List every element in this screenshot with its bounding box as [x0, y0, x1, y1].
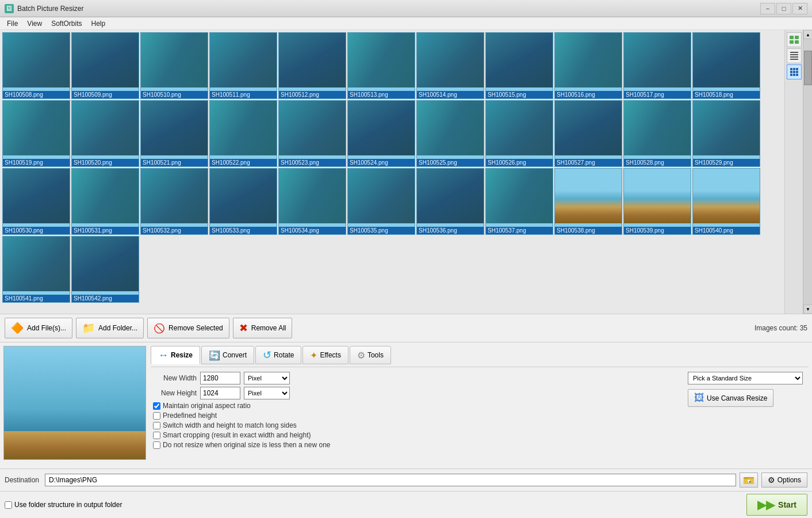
- list-item[interactable]: SH100541.png: [2, 236, 70, 303]
- tools-tab-icon: ⚙: [357, 350, 365, 361]
- options-button[interactable]: ⚙ Options: [761, 473, 807, 487]
- list-item[interactable]: SH100518.png: [692, 32, 760, 99]
- smart-crop-label: Smart cropping (result in exact width an…: [163, 431, 311, 439]
- image-filename: SH100525.png: [417, 159, 484, 166]
- tab-convert[interactable]: 🔄 Convert: [201, 346, 254, 364]
- list-item[interactable]: SH100527.png: [554, 100, 622, 167]
- width-unit-select[interactable]: Pixel Percent cm inch: [244, 372, 290, 384]
- list-item[interactable]: SH100524.png: [347, 100, 415, 167]
- view-icon-btn-2[interactable]: [787, 48, 802, 63]
- list-item[interactable]: SH100510.png: [140, 32, 208, 99]
- destination-browse-button[interactable]: [740, 473, 758, 487]
- resize-right-panel: Pick a Standard Size 640 × 480 800 × 600…: [688, 372, 809, 451]
- standard-size-select[interactable]: Pick a Standard Size 640 × 480 800 × 600…: [688, 372, 803, 384]
- list-item[interactable]: SH100531.png: [71, 168, 139, 235]
- menu-file[interactable]: File: [2, 18, 22, 29]
- effects-tab-icon: ✦: [310, 350, 317, 361]
- list-item[interactable]: SH100525.png: [416, 100, 484, 167]
- list-item[interactable]: SH100529.png: [692, 100, 760, 167]
- remove-selected-icon: 🚫: [154, 323, 165, 334]
- list-item[interactable]: SH100515.png: [485, 32, 553, 99]
- folder-struct-checkbox[interactable]: [5, 501, 12, 509]
- list-item[interactable]: SH100512.png: [278, 32, 346, 99]
- no-resize-smaller-label: Do not resize when original size is less…: [163, 441, 331, 449]
- settings-right: ↔ Resize 🔄 Convert ↺ Rotate ✦ Effects ⚙: [151, 346, 809, 465]
- list-item[interactable]: SH100532.png: [140, 168, 208, 235]
- image-filename: SH100520.png: [72, 159, 139, 166]
- list-item[interactable]: SH100523.png: [278, 100, 346, 167]
- list-item[interactable]: SH100516.png: [554, 32, 622, 99]
- image-filename: SH100519.png: [3, 159, 70, 166]
- list-item[interactable]: SH100537.png: [485, 168, 553, 235]
- scroll-up[interactable]: ▲: [803, 30, 812, 39]
- list-item[interactable]: SH100528.png: [623, 100, 691, 167]
- list-item[interactable]: SH100508.png: [2, 32, 70, 99]
- list-item[interactable]: SH100534.png: [278, 168, 346, 235]
- height-unit-select[interactable]: Pixel Percent cm inch: [244, 387, 290, 399]
- list-item[interactable]: SH100514.png: [416, 32, 484, 99]
- start-arrow-icon: ▶▶: [757, 498, 775, 512]
- tab-tools[interactable]: ⚙ Tools: [350, 346, 391, 364]
- view-icon-btn-1[interactable]: [787, 32, 802, 47]
- rotate-tab-icon: ↺: [263, 349, 271, 361]
- list-item[interactable]: SH100520.png: [71, 100, 139, 167]
- new-width-input[interactable]: [200, 372, 240, 384]
- view-icon-btn-3[interactable]: [787, 64, 802, 79]
- menu-help[interactable]: Help: [87, 18, 110, 29]
- no-resize-smaller-checkbox[interactable]: [153, 441, 160, 449]
- list-item[interactable]: SH100542.png: [71, 236, 139, 303]
- image-grid-container: SH100508.pngSH100509.pngSH100510.pngSH10…: [0, 30, 812, 314]
- image-filename: SH100528.png: [624, 159, 691, 166]
- list-item[interactable]: SH100526.png: [485, 100, 553, 167]
- scrollbar[interactable]: ▲ ▼: [803, 30, 812, 314]
- list-item[interactable]: SH100513.png: [347, 32, 415, 99]
- window-title: Batch Picture Resizer: [17, 5, 760, 13]
- remove-selected-button[interactable]: 🚫 Remove Selected: [147, 318, 229, 338]
- tab-resize[interactable]: ↔ Resize: [151, 346, 200, 364]
- scroll-down[interactable]: ▼: [803, 304, 812, 314]
- list-item[interactable]: SH100535.png: [347, 168, 415, 235]
- new-height-input[interactable]: [200, 387, 240, 399]
- svg-rect-14: [790, 74, 792, 76]
- menu-softorbits[interactable]: SoftOrbits: [47, 18, 86, 29]
- switch-sides-checkbox[interactable]: [153, 422, 160, 429]
- start-button[interactable]: ▶▶ Start: [746, 494, 807, 516]
- list-item[interactable]: SH100530.png: [2, 168, 70, 235]
- list-item[interactable]: SH100521.png: [140, 100, 208, 167]
- list-item[interactable]: SH100533.png: [209, 168, 277, 235]
- destination-label: Destination: [5, 476, 39, 484]
- image-filename: SH100535.png: [348, 227, 415, 234]
- menu-view[interactable]: View: [22, 18, 47, 29]
- minimize-button[interactable]: −: [760, 3, 775, 14]
- image-filename: SH100523.png: [279, 159, 346, 166]
- tab-effects[interactable]: ✦ Effects: [302, 346, 348, 364]
- list-item[interactable]: SH100539.png: [623, 168, 691, 235]
- list-item[interactable]: SH100511.png: [209, 32, 277, 99]
- maintain-aspect-checkbox[interactable]: [153, 402, 160, 410]
- list-item[interactable]: SH100538.png: [554, 168, 622, 235]
- predefined-height-checkbox[interactable]: [153, 412, 160, 420]
- list-item[interactable]: SH100517.png: [623, 32, 691, 99]
- image-grid[interactable]: SH100508.pngSH100509.pngSH100510.pngSH10…: [0, 30, 784, 314]
- list-item[interactable]: SH100519.png: [2, 100, 70, 167]
- maximize-button[interactable]: □: [776, 3, 791, 14]
- switch-sides-row: Switch width and height to match long si…: [151, 421, 679, 429]
- list-item[interactable]: SH100509.png: [71, 32, 139, 99]
- list-item[interactable]: SH100540.png: [692, 168, 760, 235]
- list-item[interactable]: SH100536.png: [416, 168, 484, 235]
- folder-save-icon: [744, 475, 754, 485]
- canvas-resize-button[interactable]: 🖼 Use Canvas Resize: [688, 389, 773, 407]
- maintain-aspect-row: Maintain original aspect ratio: [151, 402, 679, 410]
- destination-path-input[interactable]: [45, 474, 736, 486]
- scroll-thumb[interactable]: [804, 51, 812, 85]
- add-files-button[interactable]: 🔶 Add File(s)...: [5, 318, 72, 338]
- svg-rect-19: [744, 477, 748, 479]
- smart-crop-checkbox[interactable]: [153, 432, 160, 439]
- close-button[interactable]: ✕: [792, 3, 807, 14]
- remove-all-button[interactable]: ✖ Remove All: [233, 318, 293, 338]
- add-folder-button[interactable]: 📁 Add Folder...: [76, 318, 144, 338]
- resize-tab-icon: ↔: [158, 349, 168, 361]
- list-item[interactable]: SH100522.png: [209, 100, 277, 167]
- image-filename: SH100542.png: [72, 295, 139, 302]
- tab-rotate[interactable]: ↺ Rotate: [255, 346, 301, 364]
